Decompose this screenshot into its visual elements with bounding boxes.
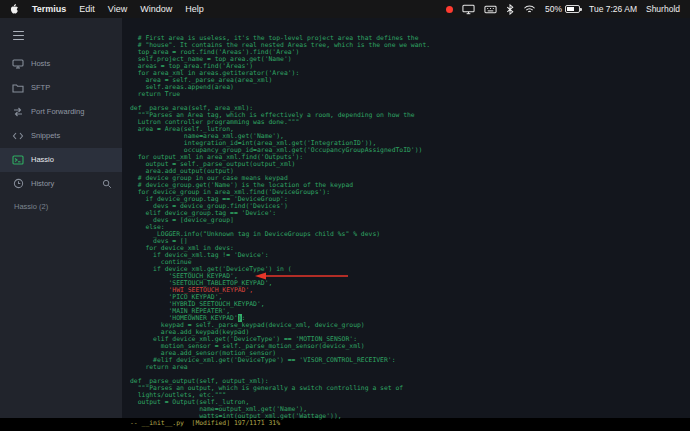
port-forwarding-icon [12, 107, 24, 117]
code-line: if device_xml.tag != 'Device': [130, 252, 690, 259]
desktop: { "menu_bar": { "app_name": "Termius", "… [0, 0, 690, 431]
keyboard-icon[interactable] [484, 5, 497, 14]
terminal-session-icon [12, 155, 24, 165]
sidebar-item-history[interactable]: History [0, 172, 122, 196]
folder-icon [12, 83, 24, 93]
display-icon[interactable] [462, 4, 475, 15]
sidebar: Hosts SFTP Port Forwarding Snippets Hass [0, 18, 122, 418]
battery-icon [565, 5, 580, 13]
battery-status[interactable]: 50% [545, 4, 580, 14]
code-line: devs = [device_group] [130, 217, 690, 224]
sidebar-item-hosts[interactable]: Hosts [0, 52, 122, 76]
code-line: -- __init__.py [Modified] 197/1171 31% [130, 420, 690, 427]
menu-help[interactable]: Help [185, 4, 204, 14]
sidebar-item-snippets[interactable]: Snippets [0, 124, 122, 148]
sidebar-item-label: Hassio [31, 155, 54, 164]
code-line: return True [130, 91, 690, 98]
hamburger-menu-icon[interactable] [13, 31, 24, 40]
code-snippets-icon [12, 131, 24, 141]
menu-app-name[interactable]: Termius [32, 4, 66, 14]
termius-window: Hosts SFTP Port Forwarding Snippets Hass [0, 18, 690, 418]
record-indicator-icon[interactable] [446, 6, 453, 13]
sidebar-item-port-forwarding[interactable]: Port Forwarding [0, 100, 122, 124]
terminal-output: # First area is useless, it's the top-le… [130, 35, 690, 427]
apple-logo [10, 4, 19, 15]
code-line: self.areas.append(area) [130, 84, 690, 91]
terminal[interactable]: # First area is useless, it's the top-le… [122, 18, 690, 418]
hosts-icon [12, 59, 24, 69]
history-entry-label: Hassio (2) [14, 202, 48, 211]
sidebar-item-label: Hosts [31, 59, 50, 68]
sidebar-item-label: SFTP [31, 83, 50, 92]
code-line: return area [130, 364, 690, 371]
history-entry-hassio[interactable]: Hassio (2) [0, 196, 122, 218]
apple-menu[interactable] [10, 4, 19, 15]
sidebar-item-label: Snippets [31, 131, 60, 140]
bluetooth-icon[interactable] [506, 4, 514, 15]
menu-clock[interactable]: Tue 7:26 AM [589, 4, 637, 14]
search-icon[interactable] [102, 179, 112, 189]
battery-percentage: 50% [545, 4, 562, 14]
menu-window[interactable]: Window [140, 4, 172, 14]
sidebar-item-label: History [31, 179, 54, 188]
menu-bar: Termius Edit View Window Help 50% Tue 7:… [0, 0, 690, 18]
sidebar-item-label: Port Forwarding [31, 107, 84, 116]
menu-edit[interactable]: Edit [79, 4, 95, 14]
menu-bar-status: 50% Tue 7:26 AM Shurhold [446, 4, 680, 15]
code-line: #elif device_xml.get('DeviceType') == 'V… [130, 357, 690, 364]
sidebar-item-hassio[interactable]: Hassio [0, 148, 122, 172]
sidebar-item-sftp[interactable]: SFTP [0, 76, 122, 100]
menu-user[interactable]: Shurhold [646, 4, 680, 14]
code-line: _LOGGER.info("Unknown tag in DeviceGroup… [130, 231, 690, 238]
wifi-icon[interactable] [523, 4, 536, 14]
menu-view[interactable]: View [108, 4, 127, 14]
history-clock-icon [12, 178, 24, 189]
